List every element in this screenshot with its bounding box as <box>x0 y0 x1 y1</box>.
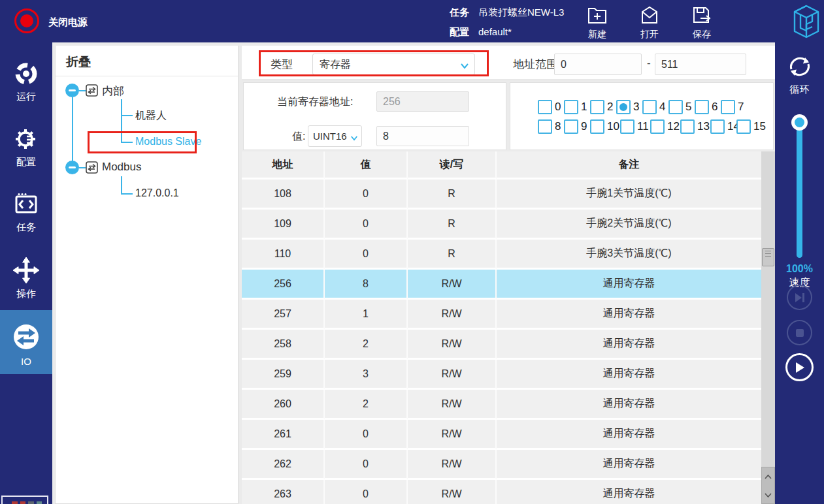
task-icon <box>13 208 39 219</box>
value-type-select[interactable]: UINT16 <box>308 125 362 147</box>
mini-mark-1 <box>12 501 18 504</box>
mini-mark-3 <box>28 501 34 504</box>
table-row[interactable]: 2582R/W通用寄存器 <box>242 330 761 360</box>
table-row[interactable]: 1090R手腕2关节温度(℃) <box>242 210 761 240</box>
nav-label-io: IO <box>0 356 52 367</box>
tree-line-main <box>72 97 73 168</box>
scroll-up-button[interactable] <box>762 467 774 486</box>
table-header-row: 地址 值 读/写 备注 <box>242 151 761 180</box>
speed-slider-handle[interactable] <box>791 114 808 131</box>
nav-label-task: 任务 <box>0 221 52 234</box>
bit-label-6: 6 <box>712 101 717 114</box>
col-header-note: 备注 <box>497 151 761 180</box>
jog-icon <box>12 275 40 286</box>
save-button[interactable]: 保存 <box>682 5 721 40</box>
step-button[interactable] <box>787 285 812 310</box>
tree-node-modbus-slave[interactable]: Modbus Slave <box>135 136 201 148</box>
current-register-box: 当前寄存器地址: 值: UINT16 <box>243 82 506 150</box>
type-row: 类型 寄存器 地址范围 - <box>242 46 775 80</box>
bit-label-12: 12 <box>667 120 680 133</box>
bit-checkbox-3[interactable] <box>616 100 631 114</box>
tree-node-modbus[interactable]: Modbus <box>102 161 141 174</box>
cell-value: 2 <box>325 390 408 420</box>
register-panel: 类型 寄存器 地址范围 - 当前寄存器地址: 值: UINT16 <box>242 46 775 504</box>
bit-checkbox-13[interactable] <box>680 119 695 134</box>
io-device-icon <box>86 161 98 176</box>
tree-node-127001[interactable]: 127.0.0.1 <box>135 187 179 199</box>
open-button[interactable]: 打开 <box>630 5 669 40</box>
value-input[interactable] <box>376 126 469 146</box>
bit-checkbox-4[interactable] <box>642 100 657 114</box>
tree-node-internal[interactable]: 内部 <box>102 84 124 99</box>
speed-percent: 100% <box>775 263 824 275</box>
value-type-value: UINT16 <box>313 131 347 142</box>
bit-label-3: 3 <box>633 101 639 114</box>
register-table: 地址 值 读/写 备注 1080R手腕1关节温度(℃) 1090R手腕2关节温度… <box>242 151 761 504</box>
bit-label-4: 4 <box>659 101 665 114</box>
table-row[interactable]: 2610R/W通用寄存器 <box>242 420 761 450</box>
bit-checkbox-5[interactable] <box>668 100 683 114</box>
nav-item-run[interactable]: 运行 <box>0 55 52 112</box>
speed-slider-track[interactable] <box>797 119 802 258</box>
task-label: 任务 <box>450 7 469 18</box>
cell-value: 0 <box>325 240 408 270</box>
tree-collapse-toggle-modbus[interactable] <box>65 161 79 174</box>
cell-rw: R/W <box>408 270 497 300</box>
loop-button[interactable]: 循环 <box>775 53 824 96</box>
bit-checkbox-10[interactable] <box>590 119 604 134</box>
table-row[interactable]: 1100R手腕3关节温度(℃) <box>242 240 761 270</box>
table-row[interactable]: 1080R手腕1关节温度(℃) <box>242 180 761 210</box>
nav-item-task[interactable]: 任务 <box>0 186 52 242</box>
cell-note: 通用寄存器 <box>497 300 761 330</box>
cell-rw: R/W <box>408 360 497 390</box>
bit-checkbox-1[interactable] <box>564 100 578 114</box>
cell-value: 0 <box>325 420 408 450</box>
addr-range-to-input[interactable] <box>655 54 746 75</box>
scroll-down-button[interactable] <box>762 486 774 504</box>
io-device-icon <box>86 84 98 99</box>
bit-checkbox-2[interactable] <box>590 100 604 114</box>
bit-label-0: 0 <box>555 101 561 114</box>
bit-checkbox-9[interactable] <box>564 119 578 134</box>
stop-button[interactable] <box>787 320 812 345</box>
type-select[interactable]: 寄存器 <box>312 54 475 75</box>
bit-checkbox-6[interactable] <box>695 100 709 114</box>
bit-checkbox-11[interactable] <box>620 119 634 134</box>
bit-checkbox-box: 0 1 2 3 4 5 6 7 8 9 10 11 12 13 14 15 <box>510 82 774 150</box>
table-row[interactable]: 2571R/W通用寄存器 <box>242 300 761 330</box>
mini-status-box[interactable] <box>1 496 48 504</box>
nav-item-jog[interactable]: 操作 <box>0 251 52 307</box>
addr-range-from-input[interactable] <box>554 54 642 75</box>
new-button[interactable]: 新建 <box>578 5 617 40</box>
bit-checkbox-14[interactable] <box>710 119 725 134</box>
bit-checkbox-15[interactable] <box>736 119 751 134</box>
table-scrollbar[interactable] <box>761 151 775 504</box>
tree-collapse-toggle-internal[interactable] <box>65 84 79 97</box>
nav-item-io[interactable]: IO <box>0 310 52 374</box>
left-nav: 运行 配置 <box>0 42 52 504</box>
table-row[interactable]: 2602R/W通用寄存器 <box>242 390 761 420</box>
play-button[interactable] <box>785 353 814 381</box>
bit-checkbox-7[interactable] <box>721 100 735 114</box>
tree-line-h2 <box>79 167 86 168</box>
table-row[interactable]: 2620R/W通用寄存器 <box>242 450 761 480</box>
bit-label-13: 13 <box>697 120 710 133</box>
chevron-down-icon <box>350 132 358 143</box>
device-tree-panel: 折叠 内部 机器人 Modbus Slave <box>55 46 239 504</box>
scrollbar-thumb[interactable] <box>762 248 774 266</box>
cell-addr: 258 <box>242 330 325 360</box>
top-bar: 关闭电源 任务吊装打螺丝NEW-L3 配置default* 新建 <box>0 0 824 42</box>
nav-item-config[interactable]: 配置 <box>0 121 52 177</box>
cell-rw: R/W <box>408 450 497 480</box>
table-row[interactable]: 2630R/W通用寄存器 <box>242 480 761 504</box>
tree-node-robot[interactable]: 机器人 <box>135 109 167 123</box>
mini-mark-4 <box>37 501 42 504</box>
table-row-selected[interactable]: 2568R/W通用寄存器 <box>242 270 761 300</box>
bit-checkbox-8[interactable] <box>538 119 552 134</box>
bit-checkbox-12[interactable] <box>650 119 665 134</box>
bit-checkbox-0[interactable] <box>538 100 552 114</box>
collapse-button[interactable]: 折叠 <box>56 46 238 76</box>
power-button[interactable] <box>14 8 39 33</box>
cell-rw: R <box>408 180 497 210</box>
table-row[interactable]: 2593R/W通用寄存器 <box>242 360 761 390</box>
